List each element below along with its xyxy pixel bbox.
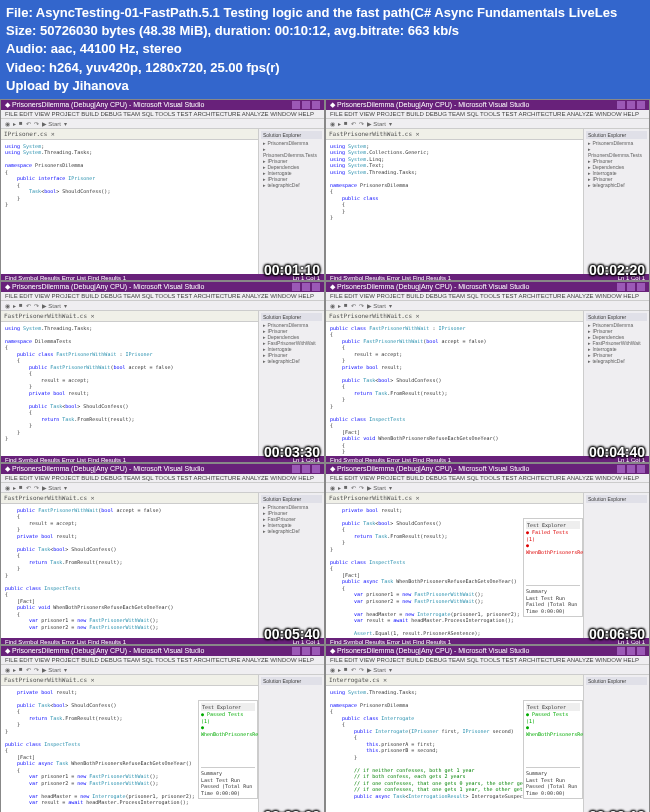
code-editor[interactable]: FastPrisonerWithWait.cs ✕ using System.T… [1,311,259,456]
code-editor[interactable]: Interrogate.cs ✕ using System.Threading.… [326,675,584,812]
vs-menubar[interactable]: FILE EDIT VIEW PROJECT BUILD DEBUG TEAM … [1,292,324,301]
solution-item[interactable]: ▸ telegraphicDef [586,358,647,364]
minimize-icon[interactable] [617,647,625,655]
vs-title-text: PrisonersDilemma (Debug|Any CPU) - Micro… [12,101,204,108]
minimize-icon[interactable] [617,283,625,291]
editor-tab[interactable]: FastPrisonerWithWait.cs ✕ [326,493,583,504]
code-editor[interactable]: FastPrisonerWithWait.cs ✕ private bool r… [326,493,584,638]
test-explorer-panel: Test Explorer ● Failed Tests (1) ● WhenB… [523,518,583,618]
code-editor[interactable]: IPrisoner.cs ✕ using System; using Syste… [1,129,259,274]
editor-tab[interactable]: FastPrisonerWithWait.cs ✕ [1,493,258,504]
test-item[interactable]: ● WhenBothPrisonersRefuseEach... [201,724,255,737]
vs-icon: ◆ [330,647,335,655]
thumbnail-frame: ◆ PrisonersDilemma (Debug|Any CPU) - Mic… [325,281,650,463]
vs-toolbar[interactable]: ◉▸■↶↷▶ Start▾ [1,301,324,311]
vs-toolbar[interactable]: ◉▸■↶↷▶ Start▾ [1,119,324,129]
test-status: ● Passed Tests (1) [526,711,580,724]
minimize-icon[interactable] [617,465,625,473]
close-icon[interactable] [637,465,645,473]
vs-menubar[interactable]: FILE EDIT VIEW PROJECT BUILD DEBUG TEAM … [1,110,324,119]
editor-tab[interactable]: FastPrisonerWithWait.cs ✕ [326,311,583,322]
editor-tab[interactable]: IPrisoner.cs ✕ [1,129,258,140]
editor-tab[interactable]: FastPrisonerWithWait.cs ✕ [1,311,258,322]
solution-item[interactable]: ▸ telegraphicDef [261,528,322,534]
maximize-icon[interactable] [627,101,635,109]
vs-toolbar[interactable]: ◉▸■↶↷▶ Start▾ [326,301,649,311]
maximize-icon[interactable] [627,465,635,473]
minimize-icon[interactable] [617,101,625,109]
vs-menubar[interactable]: FILE EDIT VIEW PROJECT BUILD DEBUG TEAM … [1,656,324,665]
vs-titlebar: ◆ PrisonersDilemma (Debug|Any CPU) - Mic… [326,464,649,474]
solution-item[interactable]: ▸ PrisonersDilemma.Tests [261,146,322,158]
test-item[interactable]: ● WhenBothPrisonersRefuseEach... [526,542,580,555]
vs-menubar[interactable]: FILE EDIT VIEW PROJECT BUILD DEBUG TEAM … [326,656,649,665]
maximize-icon[interactable] [302,465,310,473]
vs-icon: ◆ [5,465,10,473]
close-icon[interactable] [312,465,320,473]
close-icon[interactable] [637,283,645,291]
video-line: Video: h264, yuv420p, 1280x720, 25.00 fp… [6,59,644,77]
timestamp-overlay: 00:03:30 [264,444,320,460]
solution-explorer[interactable]: Solution Explorer [584,493,649,638]
thumbnail-frame: ◆ PrisonersDilemma (Debug|Any CPU) - Mic… [0,281,325,463]
maximize-icon[interactable] [627,283,635,291]
minimize-icon[interactable] [292,465,300,473]
editor-tab[interactable]: Interrogate.cs ✕ [326,675,583,686]
solution-explorer[interactable]: Solution Explorer ▸ PrisonersDilemma▸ Pr… [259,129,324,274]
vs-menubar[interactable]: FILE EDIT VIEW PROJECT BUILD DEBUG TEAM … [326,292,649,301]
test-summary: SummaryLast Test Run Failed (Total Run T… [526,585,580,614]
file-line: File: AsyncTesting-01-FastPath.5.1 Testi… [6,4,644,22]
code-editor[interactable]: FastPrisonerWithWait.cs ✕ using System; … [326,129,584,274]
maximize-icon[interactable] [302,647,310,655]
editor-tab[interactable]: FastPrisonerWithWait.cs ✕ [326,129,583,140]
maximize-icon[interactable] [302,283,310,291]
test-explorer-title: Test Explorer [201,703,255,712]
thumbnail-frame: ◆ PrisonersDilemma (Debug|Any CPU) - Mic… [325,99,650,281]
vs-toolbar[interactable]: ◉▸■↶↷▶ Start▾ [326,483,649,493]
solution-item[interactable]: ▸ telegraphicDef [586,182,647,188]
close-icon[interactable] [312,101,320,109]
close-icon[interactable] [312,283,320,291]
solution-item[interactable]: ▸ telegraphicDef [261,358,322,364]
test-summary: SummaryLast Test Run Passed (Total Run T… [201,767,255,796]
minimize-icon[interactable] [292,283,300,291]
editor-tab[interactable]: FastPrisonerWithWait.cs ✕ [1,675,258,686]
vs-menubar[interactable]: FILE EDIT VIEW PROJECT BUILD DEBUG TEAM … [326,110,649,119]
minimize-icon[interactable] [292,101,300,109]
vs-toolbar[interactable]: ◉▸■↶↷▶ Start▾ [326,119,649,129]
timestamp-overlay: 00:01:10 [264,262,320,278]
solution-explorer[interactable]: Solution Explorer ▸ PrisonersDilemma▸ IP… [259,493,324,638]
close-icon[interactable] [637,101,645,109]
test-explorer-title: Test Explorer [526,521,580,530]
close-icon[interactable] [637,647,645,655]
solution-item[interactable]: ▸ PrisonersDilemma.Tests [586,146,647,158]
maximize-icon[interactable] [302,101,310,109]
vs-menubar[interactable]: FILE EDIT VIEW PROJECT BUILD DEBUG TEAM … [1,474,324,483]
vs-title-text: PrisonersDilemma (Debug|Any CPU) - Micro… [337,101,529,108]
solution-explorer[interactable]: Solution Explorer ▸ PrisonersDilemma▸ IP… [259,311,324,456]
solution-explorer[interactable]: Solution Explorer [584,675,649,812]
thumbnail-grid: ◆ PrisonersDilemma (Debug|Any CPU) - Mic… [0,99,650,812]
thumbnail-frame: ◆ PrisonersDilemma (Debug|Any CPU) - Mic… [0,463,325,645]
solution-item[interactable]: ▸ telegraphicDef [261,182,322,188]
vs-title-text: PrisonersDilemma (Debug|Any CPU) - Micro… [12,647,204,654]
vs-icon: ◆ [330,283,335,291]
size-line: Size: 50726030 bytes (48.38 MiB), durati… [6,22,644,40]
vs-toolbar[interactable]: ◉▸■↶↷▶ Start▾ [326,665,649,675]
solution-explorer[interactable]: Solution Explorer [259,675,324,812]
solution-explorer[interactable]: Solution Explorer ▸ PrisonersDilemma▸ IP… [584,311,649,456]
vs-title-text: PrisonersDilemma (Debug|Any CPU) - Micro… [12,465,204,472]
solution-explorer[interactable]: Solution Explorer ▸ PrisonersDilemma▸ Pr… [584,129,649,274]
vs-toolbar[interactable]: ◉▸■↶↷▶ Start▾ [1,665,324,675]
test-item[interactable]: ● WhenBothPrisonersRefuseEach... [526,724,580,737]
vs-menubar[interactable]: FILE EDIT VIEW PROJECT BUILD DEBUG TEAM … [326,474,649,483]
code-content: using System.Threading.Tasks; namespace … [5,325,254,442]
thumbnail-frame: ◆ PrisonersDilemma (Debug|Any CPU) - Mic… [0,99,325,281]
vs-toolbar[interactable]: ◉▸■↶↷▶ Start▾ [1,483,324,493]
maximize-icon[interactable] [627,647,635,655]
code-editor[interactable]: FastPrisonerWithWait.cs ✕ private bool r… [1,675,259,812]
close-icon[interactable] [312,647,320,655]
code-editor[interactable]: FastPrisonerWithWait.cs ✕ public class F… [326,311,584,456]
code-editor[interactable]: FastPrisonerWithWait.cs ✕ public FastPri… [1,493,259,638]
minimize-icon[interactable] [292,647,300,655]
